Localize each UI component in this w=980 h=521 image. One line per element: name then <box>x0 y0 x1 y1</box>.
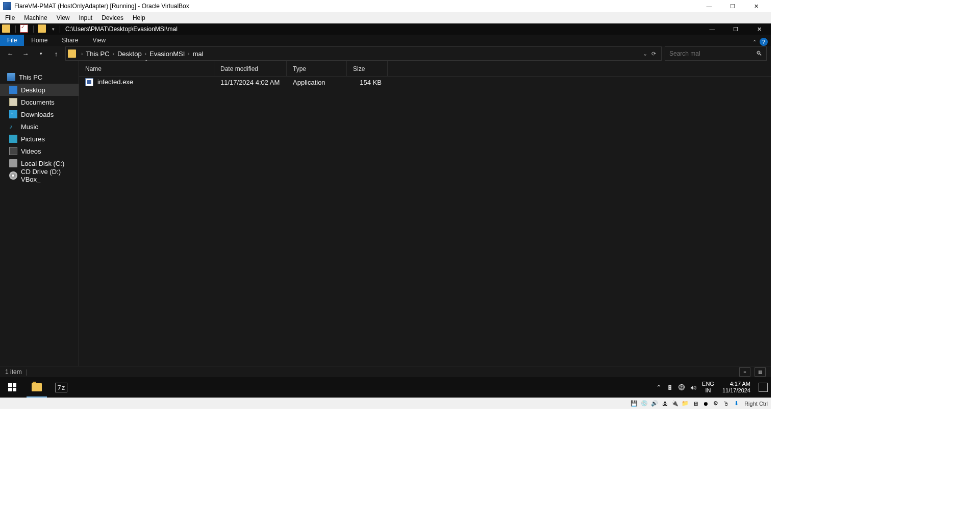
menu-devices[interactable]: Devices <box>102 14 123 21</box>
address-bar[interactable]: › This PC › Desktop › EvasionMSI › mal ⌄… <box>65 46 662 61</box>
virtualbox-icon <box>3 2 11 10</box>
tray-chevron-icon[interactable]: ⌃ <box>656 384 662 391</box>
menu-machine[interactable]: Machine <box>24 14 47 21</box>
explorer-statusbar: 1 item | ≡ ▦ <box>0 366 771 377</box>
sidebar-item-label: Desktop <box>21 86 45 94</box>
sidebar-item-pictures[interactable]: Pictures <box>0 133 79 145</box>
sidebar-item-documents[interactable]: Documents <box>0 96 79 108</box>
sidebar-item-label: Local Disk (C:) <box>21 160 64 167</box>
sidebar-item-desktop[interactable]: Desktop <box>0 84 79 96</box>
nav-up-button[interactable]: ↑ <box>50 47 62 60</box>
search-input[interactable] <box>669 50 756 57</box>
action-center-icon[interactable] <box>759 383 768 392</box>
start-button[interactable] <box>0 377 24 398</box>
virtualbox-title: FlareVM-PMAT (HostOnlyAdapter) [Running]… <box>14 3 189 10</box>
network-icon[interactable]: 🌐︎ <box>679 384 685 391</box>
vb-hdd-icon[interactable]: 💾 <box>630 400 638 408</box>
menu-help[interactable]: Help <box>133 14 145 21</box>
minimize-button[interactable]: — <box>697 0 721 12</box>
address-folder-icon <box>68 49 76 58</box>
search-icon[interactable]: 🔍︎ <box>756 50 762 57</box>
address-refresh-icon[interactable]: ⟳ <box>651 51 656 57</box>
column-type[interactable]: Type <box>287 61 347 76</box>
ribbon-collapse-icon[interactable]: ⌃ <box>752 39 757 45</box>
taskbar-clock[interactable]: 4:17 AM 11/17/2024 <box>719 381 753 394</box>
address-dropdown-icon[interactable]: ⌄ <box>643 51 647 57</box>
file-type: Application <box>287 79 347 86</box>
documents-icon <box>9 98 17 106</box>
ribbon-file-tab[interactable]: File <box>0 35 24 46</box>
column-headers: Name Date modified Type Size <box>79 61 771 77</box>
sidebar-item-downloads[interactable]: Downloads <box>0 108 79 120</box>
ribbon-home-tab[interactable]: Home <box>24 35 55 46</box>
sidebar-item-label: Music <box>21 123 38 131</box>
file-date: 11/17/2024 4:02 AM <box>214 79 287 86</box>
sidebar-item-videos[interactable]: Videos <box>0 145 79 157</box>
ribbon-view-tab[interactable]: View <box>85 35 113 46</box>
file-rows[interactable]: infected.exe 11/17/2024 4:02 AM Applicat… <box>79 77 771 366</box>
windows-logo-icon <box>8 383 16 391</box>
vb-hostkey-icon[interactable]: ⬇ <box>732 400 740 408</box>
vb-cpu-icon[interactable]: ⚙ <box>712 400 720 408</box>
vb-audio-icon[interactable]: 🔊 <box>650 400 659 408</box>
battery-icon[interactable]: 🔋︎ <box>667 384 673 391</box>
vb-mouse-icon[interactable]: 🖱 <box>722 400 730 408</box>
explorer-maximize-button[interactable]: ☐ <box>724 23 747 35</box>
icons-view-button[interactable]: ▦ <box>755 367 766 377</box>
explorer-ribbon: File Home Share View ⌃ ? <box>0 35 771 46</box>
qat-dropdown-icon[interactable]: ▾ <box>49 27 58 32</box>
exe-icon <box>85 78 93 86</box>
virtualbox-menubar: File Machine View Input Devices Help <box>0 12 771 23</box>
taskbar-tray: ⌃ 🔋︎ 🌐︎ 🔊︎ ENG IN 4:17 AM 11/17/2024 <box>656 377 771 398</box>
vb-recording-icon[interactable]: ⏺ <box>701 400 710 408</box>
explorer-titlebar[interactable]: ▾ C:\Users\PMAT\Desktop\EvasionMSI\mal —… <box>0 23 771 35</box>
taskbar-app-explorer[interactable] <box>24 377 49 398</box>
search-box[interactable]: 🔍︎ <box>665 46 767 61</box>
ribbon-share-tab[interactable]: Share <box>55 35 85 46</box>
column-name[interactable]: Name <box>79 61 214 76</box>
nav-recent-dropdown[interactable]: ▾ <box>35 47 47 60</box>
explorer-close-button[interactable]: ✕ <box>747 23 771 35</box>
ribbon-help-icon[interactable]: ? <box>760 38 768 46</box>
details-view-button[interactable]: ≡ <box>739 367 750 377</box>
folder-qat-icon[interactable] <box>38 24 46 33</box>
crumb-desktop[interactable]: Desktop <box>115 50 144 58</box>
column-date[interactable]: Date modified <box>214 61 287 76</box>
sidebar-item-label: This PC <box>19 73 42 81</box>
file-row[interactable]: infected.exe 11/17/2024 4:02 AM Applicat… <box>79 77 771 88</box>
properties-qat-icon[interactable] <box>20 24 28 33</box>
language-indicator[interactable]: ENG IN <box>702 381 714 394</box>
vb-optical-icon[interactable]: 💿 <box>640 400 648 408</box>
folder-icon <box>2 24 10 33</box>
explorer-minimize-button[interactable]: — <box>700 23 724 35</box>
sidebar-item-label: Pictures <box>21 135 45 143</box>
cd-icon <box>9 171 17 180</box>
virtualbox-statusbar: 💾 💿 🔊 🖧 🔌 📁 🖥 ⏺ ⚙ 🖱 ⬇ Right Ctrl <box>0 398 771 409</box>
virtualbox-titlebar[interactable]: FlareVM-PMAT (HostOnlyAdapter) [Running]… <box>0 0 771 12</box>
crumb-thispc[interactable]: This PC <box>84 50 111 58</box>
virtualbox-window: FlareVM-PMAT (HostOnlyAdapter) [Running]… <box>0 0 771 409</box>
menu-view[interactable]: View <box>57 14 70 21</box>
videos-icon <box>9 147 17 155</box>
vb-usb-icon[interactable]: 🔌 <box>671 400 679 408</box>
music-icon: ♪ <box>9 122 17 131</box>
sidebar-item-thispc[interactable]: This PC <box>0 70 79 84</box>
volume-icon[interactable]: 🔊︎ <box>690 384 697 391</box>
crumb-mal[interactable]: mal <box>191 50 206 58</box>
maximize-button[interactable]: ☐ <box>721 0 744 12</box>
menu-input[interactable]: Input <box>79 14 93 21</box>
sidebar-item-cddrive[interactable]: CD Drive (D:) VBox_ <box>0 169 79 182</box>
taskbar-app-7zip[interactable]: 7z <box>49 377 73 398</box>
menu-file[interactable]: File <box>5 14 15 21</box>
nav-forward-button[interactable]: → <box>19 47 32 60</box>
vb-shared-folders-icon[interactable]: 📁 <box>681 400 689 408</box>
crumb-evasionmsi[interactable]: EvasionMSI <box>147 50 187 58</box>
downloads-icon <box>9 110 17 118</box>
vb-network-icon[interactable]: 🖧 <box>661 400 669 408</box>
close-button[interactable]: ✕ <box>744 0 768 12</box>
sidebar-item-music[interactable]: ♪ Music <box>0 120 79 133</box>
file-size: 154 KB <box>347 79 388 86</box>
vb-display-icon[interactable]: 🖥 <box>691 400 699 408</box>
nav-back-button[interactable]: ← <box>4 47 16 60</box>
column-size[interactable]: Size <box>347 61 388 76</box>
